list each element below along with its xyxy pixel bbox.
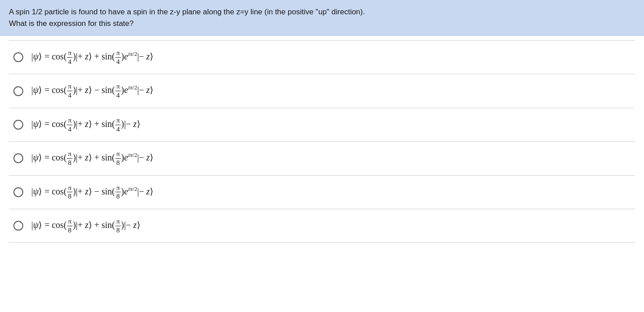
radio-button-2[interactable] [13, 86, 23, 96]
options-container: |ψ⟩ = cos(π4)|+ z⟩ + sin(π4)eiπ/2|− z⟩ |… [0, 40, 644, 243]
option-expression-1: |ψ⟩ = cos(π4)|+ z⟩ + sin(π4)eiπ/2|− z⟩ [31, 49, 153, 66]
option-row-6[interactable]: |ψ⟩ = cos(π8)|+ z⟩ + sin(π8)|− z⟩ [9, 209, 635, 243]
radio-button-1[interactable] [13, 52, 23, 62]
page-container: A spin 1/2 particle is found to have a s… [0, 0, 644, 312]
question-block: A spin 1/2 particle is found to have a s… [0, 0, 644, 36]
radio-button-6[interactable] [13, 221, 23, 231]
question-line1: A spin 1/2 particle is found to have a s… [9, 8, 365, 16]
option-expression-2: |ψ⟩ = cos(π4)|+ z⟩ − sin(π4)eiπ/2|− z⟩ [31, 82, 153, 99]
radio-button-4[interactable] [13, 153, 23, 163]
option-row-3[interactable]: |ψ⟩ = cos(π4)|+ z⟩ + sin(π4)|− z⟩ [9, 108, 635, 142]
option-expression-3: |ψ⟩ = cos(π4)|+ z⟩ + sin(π4)|− z⟩ [31, 116, 140, 133]
option-expression-4: |ψ⟩ = cos(π8)|+ z⟩ + sin(π8)eiπ/2|− z⟩ [31, 150, 153, 167]
option-expression-6: |ψ⟩ = cos(π8)|+ z⟩ + sin(π8)|− z⟩ [31, 217, 140, 234]
radio-button-3[interactable] [13, 120, 23, 130]
option-row-1[interactable]: |ψ⟩ = cos(π4)|+ z⟩ + sin(π4)eiπ/2|− z⟩ [9, 40, 635, 74]
option-row-2[interactable]: |ψ⟩ = cos(π4)|+ z⟩ − sin(π4)eiπ/2|− z⟩ [9, 74, 635, 108]
option-row-5[interactable]: |ψ⟩ = cos(π8)|+ z⟩ − sin(π8)eiπ/2|− z⟩ [9, 176, 635, 209]
radio-button-5[interactable] [13, 187, 23, 197]
question-text: A spin 1/2 particle is found to have a s… [9, 6, 635, 29]
option-expression-5: |ψ⟩ = cos(π8)|+ z⟩ − sin(π8)eiπ/2|− z⟩ [31, 184, 153, 201]
option-row-4[interactable]: |ψ⟩ = cos(π8)|+ z⟩ + sin(π8)eiπ/2|− z⟩ [9, 142, 635, 175]
question-line2: What is the expression for this state? [9, 19, 134, 28]
